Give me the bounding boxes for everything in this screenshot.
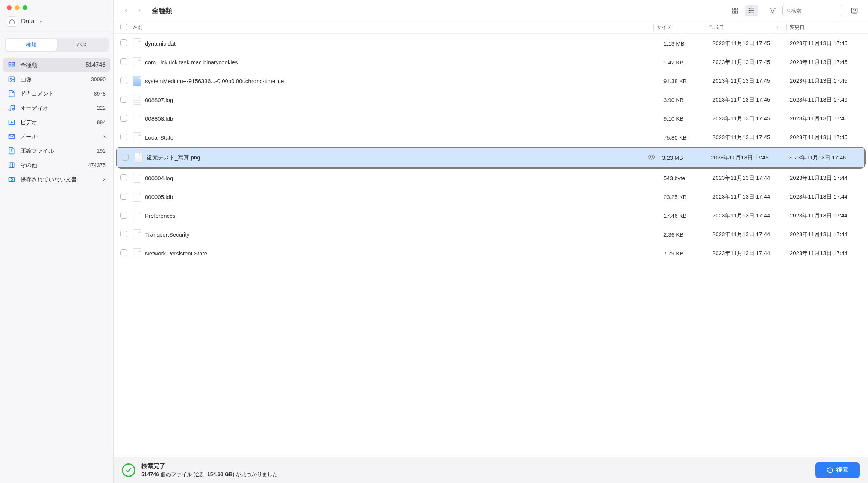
file-name: Local State (145, 134, 663, 141)
row-checkbox[interactable] (120, 39, 127, 46)
sidebar: Data ▾ 種類 パス 全種類514746画像30090ドキュメント8978オ… (0, 0, 114, 483)
file-size: 23.25 KB (663, 194, 712, 200)
table-row[interactable]: 008807.log3.90 KB2023年11月13日 17:452023年1… (114, 90, 868, 109)
sidebar-item-label: オーディオ (20, 105, 97, 112)
column-size[interactable]: サイズ (657, 24, 706, 31)
sidebar-item-audio[interactable]: オーディオ222 (3, 101, 110, 115)
file-created: 2023年11月13日 17:44 (712, 175, 790, 182)
location-selector[interactable]: Data ▾ (0, 14, 113, 32)
file-size: 2.36 KB (663, 231, 712, 238)
svg-point-24 (749, 10, 750, 11)
file-created: 2023年11月13日 17:45 (712, 59, 790, 66)
archive-icon (8, 147, 16, 155)
table-row[interactable]: TransportSecurity2.36 KB2023年11月13日 17:4… (114, 225, 868, 244)
minimize-window-button[interactable] (15, 5, 20, 10)
sidebar-item-mail[interactable]: メール3 (3, 129, 110, 144)
row-checkbox[interactable] (120, 77, 127, 84)
file-list: dynamic.dat1.13 MB2023年11月13日 17:452023年… (114, 34, 868, 457)
preview-icon[interactable] (648, 153, 655, 162)
table-row[interactable]: Local State75.80 KB2023年11月13日 17:452023… (114, 128, 868, 147)
nav-forward-button[interactable] (134, 5, 145, 16)
list-view-button[interactable] (745, 5, 758, 16)
svg-rect-12 (9, 163, 14, 167)
row-checkbox[interactable] (120, 231, 127, 237)
search-icon (786, 8, 791, 13)
table-row[interactable]: dynamic.dat1.13 MB2023年11月13日 17:452023年… (114, 34, 868, 53)
file-size: 75.80 KB (663, 134, 712, 141)
file-size: 9.10 KB (663, 115, 712, 122)
sidebar-item-count: 884 (97, 119, 106, 125)
sidebar-item-count: 514746 (86, 62, 106, 68)
row-checkbox[interactable] (120, 212, 127, 219)
close-window-button[interactable] (7, 5, 12, 10)
other-icon (8, 161, 16, 169)
table-row[interactable]: com.TickTick.task.mac.binarycookies1.42 … (114, 53, 868, 71)
segment-path[interactable]: パス (57, 39, 108, 51)
page-title: 全種類 (152, 6, 172, 15)
file-icon (133, 132, 141, 142)
sidebar-item-image[interactable]: 画像30090 (3, 72, 110, 87)
file-modified: 2023年11月13日 17:49 (790, 96, 861, 103)
main-panel: 全種類 名前 サイズ 作成日⌄ (114, 0, 868, 483)
file-modified: 2023年11月13日 17:45 (790, 77, 861, 85)
file-name: 008807.log (145, 97, 663, 103)
row-checkbox[interactable] (120, 115, 127, 122)
file-name: 復元テスト_写真.png (147, 154, 648, 161)
row-checkbox[interactable] (122, 154, 129, 161)
file-icon (135, 153, 143, 163)
row-checkbox[interactable] (120, 174, 127, 181)
nav-back-button[interactable] (120, 5, 132, 16)
svg-marker-26 (770, 8, 776, 13)
file-icon (133, 229, 141, 239)
svg-rect-14 (9, 177, 15, 182)
file-size: 543 byte (663, 175, 712, 181)
column-created[interactable]: 作成日⌄ (709, 24, 786, 31)
row-checkbox[interactable] (120, 249, 127, 256)
table-row[interactable]: 000004.log543 byte2023年11月13日 17:442023年… (114, 169, 868, 187)
file-size: 17.46 KB (663, 213, 712, 219)
sidebar-item-doc[interactable]: ドキュメント8978 (3, 87, 110, 101)
table-row[interactable]: 008808.ldb9.10 KB2023年11月13日 17:452023年1… (114, 109, 868, 128)
grid-view-button[interactable] (728, 5, 742, 16)
row-checkbox[interactable] (120, 134, 127, 140)
row-checkbox[interactable] (120, 193, 127, 200)
sidebar-item-archive[interactable]: 圧縮ファイル192 (3, 144, 110, 158)
table-row[interactable]: Network Persistent State7.79 KB2023年11月1… (114, 244, 868, 263)
sidebar-item-unsaved[interactable]: 保存されていない文書2 (3, 172, 110, 187)
svg-rect-2 (12, 62, 15, 64)
maximize-window-button[interactable] (23, 5, 27, 10)
sidebar-item-video[interactable]: ビデオ884 (3, 115, 110, 129)
column-modified[interactable]: 変更日 (790, 24, 861, 31)
search-input[interactable] (791, 8, 838, 14)
search-box[interactable] (782, 5, 842, 16)
help-button[interactable] (848, 5, 861, 16)
file-modified: 2023年11月13日 17:44 (790, 250, 861, 257)
filter-button[interactable] (766, 5, 779, 16)
sidebar-item-label: ビデオ (20, 119, 97, 126)
segment-type[interactable]: 種類 (6, 39, 57, 51)
home-icon (7, 16, 17, 27)
selected-row-highlight: 復元テスト_写真.png3.23 MB2023年11月13日 17:452023… (116, 147, 866, 169)
table-row[interactable]: systemMedium---9156336...-0.00b0.00t.chr… (114, 71, 868, 90)
file-created: 2023年11月13日 17:45 (712, 115, 790, 122)
table-row[interactable]: 復元テスト_写真.png3.23 MB2023年11月13日 17:452023… (117, 148, 864, 167)
file-modified: 2023年11月13日 17:44 (790, 193, 861, 200)
select-all-checkbox[interactable] (120, 24, 127, 30)
sidebar-item-other[interactable]: その他474375 (3, 158, 110, 172)
file-created: 2023年11月13日 17:45 (712, 96, 790, 103)
file-icon (133, 211, 141, 220)
svg-point-27 (787, 9, 790, 12)
table-row[interactable]: 000005.ldb23.25 KB2023年11月13日 17:442023年… (114, 187, 868, 206)
svg-rect-3 (12, 65, 15, 66)
sidebar-item-all[interactable]: 全種類514746 (3, 58, 110, 72)
column-name[interactable]: 名前 (132, 24, 653, 31)
refresh-icon (827, 467, 833, 474)
file-created: 2023年11月13日 17:45 (712, 134, 790, 141)
file-created: 2023年11月13日 17:45 (712, 77, 790, 85)
row-checkbox[interactable] (120, 58, 127, 65)
table-row[interactable]: Preferences17.46 KB2023年11月13日 17:442023… (114, 206, 868, 225)
file-size: 91.38 KB (663, 78, 712, 84)
file-name: dynamic.dat (145, 40, 663, 47)
row-checkbox[interactable] (120, 96, 127, 103)
restore-button[interactable]: 復元 (815, 462, 860, 478)
